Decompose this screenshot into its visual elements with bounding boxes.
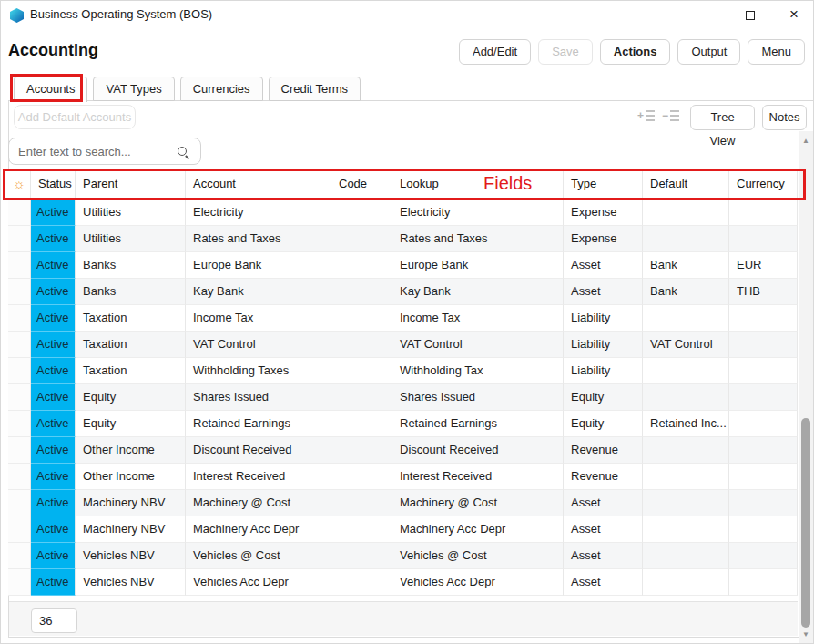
- cell-default[interactable]: [643, 199, 729, 226]
- cell-type[interactable]: Asset: [564, 543, 643, 569]
- cell-status[interactable]: Active: [31, 279, 76, 305]
- cell-code[interactable]: [331, 464, 392, 490]
- cell-default[interactable]: [643, 464, 729, 490]
- cell-lookup[interactable]: Machinery @ Cost: [392, 490, 564, 516]
- cell-type[interactable]: Liability: [564, 332, 643, 358]
- cell-status[interactable]: Active: [31, 252, 76, 279]
- cell-account[interactable]: Discount Received: [186, 437, 331, 464]
- maximize-button[interactable]: [735, 1, 766, 28]
- cell-code[interactable]: [331, 226, 392, 252]
- cell-status[interactable]: Active: [31, 358, 76, 384]
- cell-parent[interactable]: Utilities: [76, 226, 186, 252]
- cell-parent[interactable]: Taxation: [76, 332, 186, 358]
- row-indicator[interactable]: [8, 464, 31, 490]
- cell-type[interactable]: Asset: [564, 569, 643, 596]
- cell-account[interactable]: VAT Control: [186, 332, 331, 358]
- save-button[interactable]: Save: [538, 39, 593, 65]
- cell-type[interactable]: Expense: [564, 226, 643, 252]
- cell-status[interactable]: Active: [31, 516, 76, 543]
- row-indicator[interactable]: [8, 569, 31, 596]
- cell-currency[interactable]: [729, 199, 798, 226]
- cell-lookup[interactable]: Electricity: [392, 199, 564, 226]
- cell-default[interactable]: [643, 490, 729, 516]
- scroll-up-icon[interactable]: ▲: [799, 135, 813, 148]
- cell-status[interactable]: Active: [31, 543, 76, 569]
- cell-type[interactable]: Expense: [564, 199, 643, 226]
- row-indicator[interactable]: [8, 543, 31, 569]
- cell-parent[interactable]: Vehicles NBV: [76, 569, 186, 596]
- cell-default[interactable]: [643, 226, 729, 252]
- cell-status[interactable]: Active: [31, 411, 76, 437]
- cell-code[interactable]: [331, 279, 392, 305]
- column-header-lookup[interactable]: Lookup: [392, 169, 564, 199]
- cell-account[interactable]: Withholding Taxes: [186, 358, 331, 384]
- cell-status[interactable]: Active: [31, 464, 76, 490]
- cell-default[interactable]: [643, 569, 729, 596]
- cell-code[interactable]: [331, 252, 392, 279]
- cell-default[interactable]: [643, 358, 729, 384]
- add-edit-button[interactable]: Add/Edit: [459, 39, 531, 65]
- row-indicator[interactable]: [8, 358, 31, 384]
- cell-default[interactable]: [643, 384, 729, 411]
- cell-account[interactable]: Income Tax: [186, 305, 331, 332]
- cell-account[interactable]: Kay Bank: [186, 279, 331, 305]
- cell-code[interactable]: [331, 384, 392, 411]
- cell-parent[interactable]: Other Income: [76, 437, 186, 464]
- cell-currency[interactable]: [729, 305, 798, 332]
- cell-lookup[interactable]: Kay Bank: [392, 279, 564, 305]
- cell-code[interactable]: [331, 490, 392, 516]
- cell-status[interactable]: Active: [31, 384, 76, 411]
- cell-lookup[interactable]: Retained Earnings: [392, 411, 564, 437]
- cell-lookup[interactable]: Income Tax: [392, 305, 564, 332]
- cell-code[interactable]: [331, 543, 392, 569]
- cell-code[interactable]: [331, 199, 392, 226]
- cell-currency[interactable]: THB: [729, 279, 798, 305]
- cell-status[interactable]: Active: [31, 437, 76, 464]
- cell-lookup[interactable]: Shares Issued: [392, 384, 564, 411]
- cell-account[interactable]: Vehicles @ Cost: [186, 543, 331, 569]
- cell-default[interactable]: Bank: [643, 252, 729, 279]
- cell-parent[interactable]: Utilities: [76, 199, 186, 226]
- add-default-accounts-button[interactable]: Add Default Accounts: [14, 105, 136, 129]
- cell-lookup[interactable]: Discount Received: [392, 437, 564, 464]
- column-header-account[interactable]: Account: [186, 169, 331, 199]
- cell-status[interactable]: Active: [31, 332, 76, 358]
- cell-currency[interactable]: [729, 358, 798, 384]
- cell-status[interactable]: Active: [31, 305, 76, 332]
- column-header-code[interactable]: Code: [331, 169, 392, 199]
- cell-account[interactable]: Interest Received: [186, 464, 331, 490]
- cell-lookup[interactable]: Vehicles Acc Depr: [392, 569, 564, 596]
- column-header-currency[interactable]: Currency: [729, 169, 798, 199]
- tab-currencies[interactable]: Currencies: [180, 77, 263, 101]
- cell-lookup[interactable]: Interest Received: [392, 464, 564, 490]
- vertical-scrollbar[interactable]: ▲ ▼: [799, 131, 813, 643]
- cell-lookup[interactable]: Withholding Tax: [392, 358, 564, 384]
- cell-account[interactable]: Retained Earnings: [186, 411, 331, 437]
- cell-lookup[interactable]: Machinery Acc Depr: [392, 516, 564, 543]
- cell-code[interactable]: [331, 332, 392, 358]
- row-indicator[interactable]: [8, 437, 31, 464]
- cell-default[interactable]: Retained Inc...: [643, 411, 729, 437]
- scroll-down-icon[interactable]: ▼: [799, 629, 813, 641]
- cell-code[interactable]: [331, 305, 392, 332]
- cell-code[interactable]: [331, 516, 392, 543]
- row-indicator[interactable]: [8, 226, 31, 252]
- cell-type[interactable]: Revenue: [564, 464, 643, 490]
- cell-code[interactable]: [331, 358, 392, 384]
- row-indicator[interactable]: [8, 279, 31, 305]
- cell-currency[interactable]: [729, 569, 798, 596]
- cell-parent[interactable]: Other Income: [76, 464, 186, 490]
- cell-currency[interactable]: [729, 490, 798, 516]
- cell-status[interactable]: Active: [31, 226, 76, 252]
- cell-parent[interactable]: Banks: [76, 252, 186, 279]
- cell-account[interactable]: Electricity: [186, 199, 331, 226]
- row-indicator[interactable]: [8, 411, 31, 437]
- cell-parent[interactable]: Equity: [76, 384, 186, 411]
- cell-currency[interactable]: [729, 464, 798, 490]
- cell-lookup[interactable]: Europe Bank: [392, 252, 564, 279]
- cell-default[interactable]: [643, 516, 729, 543]
- cell-default[interactable]: [643, 543, 729, 569]
- column-header-parent[interactable]: Parent: [76, 169, 186, 199]
- cell-type[interactable]: Liability: [564, 358, 643, 384]
- cell-parent[interactable]: Vehicles NBV: [76, 543, 186, 569]
